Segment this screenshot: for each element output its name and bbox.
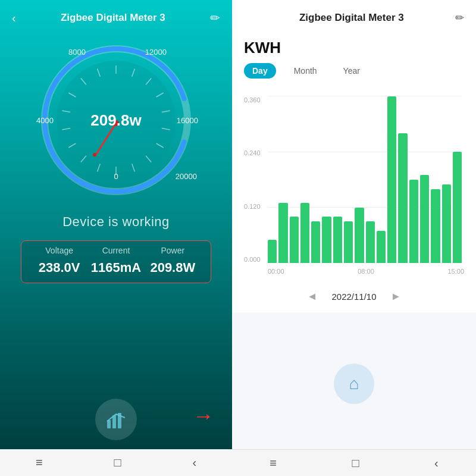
tab-year[interactable]: Year	[335, 63, 368, 79]
y-label-top: 0.360	[244, 96, 261, 104]
chart-bar	[300, 203, 309, 263]
stats-box: Voltage Current Power 238.0V 1165mA 209.…	[21, 240, 211, 283]
left-nav-bar: ≡ □ ‹	[0, 449, 232, 476]
power-label: Power	[145, 246, 201, 255]
chart-bar	[344, 221, 353, 263]
stats-values: 238.0V 1165mA 209.8W	[21, 258, 211, 283]
chart-bar	[333, 217, 342, 263]
chart-bar	[355, 208, 364, 263]
chart-bar	[442, 184, 451, 263]
gauge-container: 8000 12000 4000 16000 0 20000	[33, 37, 199, 203]
chart-bar	[278, 203, 287, 263]
arrow-right-icon: →	[193, 403, 214, 428]
chart-icon-circle[interactable]	[95, 399, 137, 440]
date-nav: ◄ 2022/11/10 ►	[232, 281, 476, 312]
chart-inner: 0.360 0.240 0.120 0.000 00:00 08:00 15:0…	[244, 96, 464, 275]
right-panel: ‹ Zigbee Digital Meter 3 ✏ KWH Day Month…	[232, 0, 476, 476]
gauge-center-value: 209.8w	[90, 111, 141, 130]
date-display: 2022/11/10	[331, 292, 376, 302]
nav-menu-left[interactable]: ≡	[36, 456, 43, 469]
chart-bar	[453, 152, 462, 263]
chart-bar	[322, 217, 331, 263]
nav-home-left[interactable]: □	[114, 456, 121, 469]
edit-icon-right[interactable]: ✏	[455, 11, 464, 24]
home-button[interactable]: ⌂	[334, 364, 374, 404]
date-next-arrow[interactable]: ►	[391, 290, 402, 303]
nav-back-left[interactable]: ‹	[192, 456, 196, 469]
y-labels: 0.360 0.240 0.120 0.000	[244, 96, 261, 275]
chart-bar	[311, 221, 320, 263]
nav-back-right[interactable]: ‹	[434, 456, 439, 470]
home-area: ⌂	[232, 312, 476, 449]
chart-bar	[268, 240, 277, 263]
right-header: ‹ Zigbee Digital Meter 3 ✏	[232, 0, 476, 30]
left-header: ‹ Zigbee Digital Meter 3 ✏	[0, 0, 232, 31]
current-label: Current	[87, 246, 144, 255]
kwh-title: KWH	[232, 30, 476, 63]
voltage-value: 238.0V	[31, 260, 87, 275]
right-header-title: Zigbee Digital Meter 3	[299, 12, 404, 24]
chart-area: 0.360 0.240 0.120 0.000 00:00 08:00 15:0…	[232, 87, 476, 281]
gauge-label-0: 0	[114, 172, 118, 181]
nav-menu-right[interactable]: ≡	[270, 456, 277, 470]
y-label-mid2: 0.120	[244, 203, 261, 210]
tabs-container: Day Month Year	[232, 63, 476, 87]
tab-day[interactable]: Day	[244, 63, 276, 79]
y-label-bottom: 0.000	[244, 256, 261, 263]
back-icon-left[interactable]: ‹	[12, 11, 16, 25]
x-label-0: 00:00	[268, 268, 284, 275]
stats-headers: Voltage Current Power	[21, 241, 211, 258]
chart-bar	[420, 175, 429, 263]
gauge-label-4000: 4000	[36, 116, 54, 125]
gauge-label-16000: 16000	[177, 116, 198, 125]
x-label-15: 15:00	[447, 268, 464, 275]
home-icon: ⌂	[349, 374, 359, 393]
edit-icon-left[interactable]: ✏	[210, 11, 220, 25]
x-label-8: 08:00	[358, 268, 374, 275]
chart-bar	[290, 217, 299, 263]
bars-container	[268, 96, 462, 263]
date-prev-arrow[interactable]: ◄	[307, 290, 318, 303]
gauge-label-20000: 20000	[176, 172, 197, 181]
chart-bar	[431, 189, 440, 263]
y-label-mid1: 0.240	[244, 149, 261, 156]
gauge-label-8000: 8000	[68, 48, 86, 57]
chart-button-area	[95, 399, 137, 440]
x-labels: 00:00 08:00 15:00	[268, 268, 464, 275]
chart-bar	[377, 231, 386, 263]
chart-bar	[398, 133, 407, 263]
nav-home-right[interactable]: □	[352, 456, 359, 470]
chart-bar	[409, 180, 418, 263]
tab-month[interactable]: Month	[286, 63, 325, 79]
voltage-label: Voltage	[31, 246, 87, 255]
right-nav-bar: ≡ □ ‹	[232, 449, 476, 476]
left-header-title: Zigbee Digital Meter 3	[61, 12, 165, 24]
left-panel: ‹ Zigbee Digital Meter 3 ✏ 8000 12000 40…	[0, 0, 232, 476]
device-status: Device is working	[62, 214, 170, 230]
back-icon-right[interactable]: ‹	[244, 11, 248, 24]
chart-bar	[387, 96, 396, 263]
gauge-label-12000: 12000	[145, 48, 167, 57]
current-value: 1165mA	[87, 260, 144, 275]
chart-icon	[105, 408, 127, 431]
power-value: 209.8W	[145, 260, 201, 275]
chart-bar	[366, 221, 375, 263]
